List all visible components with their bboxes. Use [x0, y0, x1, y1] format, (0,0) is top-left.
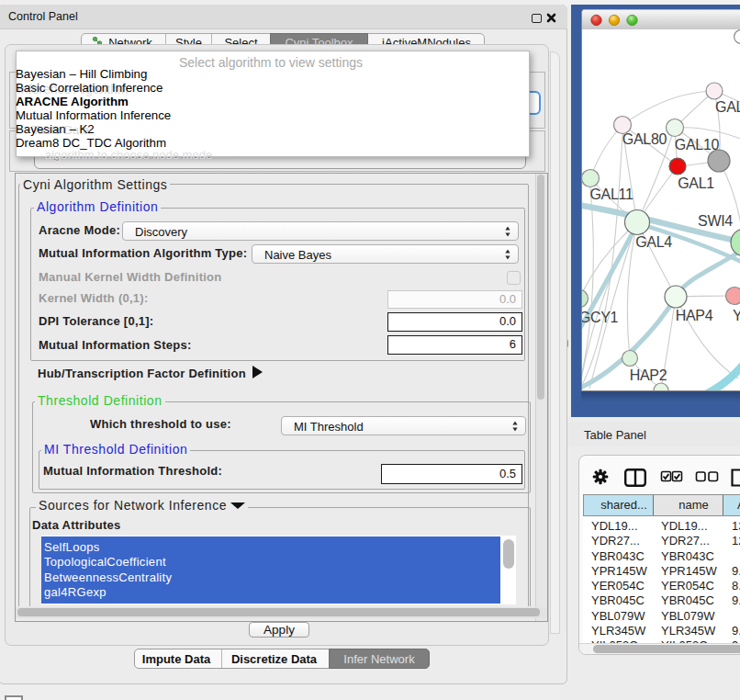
svg-text:GAL11: GAL11 — [589, 186, 633, 202]
svg-text:GAL80: GAL80 — [622, 131, 667, 147]
svg-text:GAL10: GAL10 — [675, 137, 720, 152]
svg-text:YEL: YEL — [733, 308, 740, 323]
svg-text:HAP2: HAP2 — [630, 367, 667, 383]
svg-text:SWI4: SWI4 — [698, 213, 733, 229]
svg-text:GAL7: GAL7 — [715, 99, 740, 115]
svg-text:GAL1: GAL1 — [678, 175, 714, 191]
svg-text:HAP4: HAP4 — [676, 308, 713, 323]
svg-text:GAL4: GAL4 — [635, 234, 672, 250]
svg-text:GCY1: GCY1 — [582, 310, 619, 325]
